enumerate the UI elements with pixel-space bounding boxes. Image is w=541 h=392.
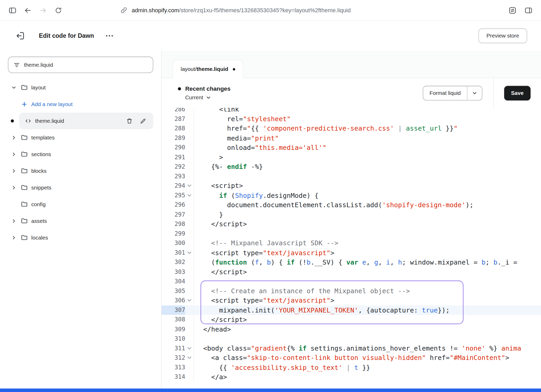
code-line-295[interactable]: 295 if (Shopify.designMode) {: [162, 191, 541, 200]
code-text: <body class="gradient{% if settings.anim…: [194, 344, 541, 353]
code-line-306[interactable]: 306 <script type="text/javascript">: [162, 296, 541, 305]
code-line-310[interactable]: 310: [162, 334, 541, 344]
expand-toggle[interactable]: [10, 168, 17, 175]
code-line-288[interactable]: 288 href="{{ 'component-predictive-searc…: [162, 124, 541, 133]
more-actions-icon[interactable]: [104, 30, 115, 41]
expand-toggle[interactable]: [10, 234, 17, 241]
sidebar-toggle-icon[interactable]: [6, 4, 19, 16]
code-line-293[interactable]: 293: [162, 172, 541, 181]
sidebar-item-label: templates: [31, 134, 55, 141]
forward-icon[interactable]: [37, 4, 49, 16]
code-line-287[interactable]: 287 rel="stylesheet": [162, 114, 541, 124]
save-area: Save: [493, 78, 541, 108]
fold-toggle-icon[interactable]: [185, 344, 194, 353]
expand-toggle[interactable]: [10, 218, 17, 225]
line-number: 309: [162, 324, 185, 334]
sidebar-item-theme-liquid[interactable]: theme.liquid: [8, 113, 153, 129]
back-icon[interactable]: [22, 4, 34, 16]
code-line-297[interactable]: 297 }: [162, 210, 541, 219]
code-line-314[interactable]: 314 </a>: [162, 372, 541, 382]
save-button[interactable]: Save: [504, 86, 531, 100]
sidebar-item-label: locales: [31, 235, 48, 241]
preview-store-button[interactable]: Preview store: [478, 28, 527, 43]
code-text: <!-- Create an instance of the Mixpanel …: [194, 286, 541, 296]
file-label: theme.liquid: [35, 118, 123, 124]
code-line-307[interactable]: 307 mixpanel.init('YOUR_MIXPANEL_TOKEN',…: [162, 305, 541, 315]
line-number: 292: [162, 162, 185, 172]
sidebar-item-layout[interactable]: layout: [8, 79, 153, 96]
code-line-305[interactable]: 305 <!-- Create an instance of the Mixpa…: [162, 286, 541, 296]
line-number: 286: [162, 108, 185, 114]
code-line-286[interactable]: 286 <link: [162, 108, 541, 114]
code-line-300[interactable]: 300 <!-- Mixpanel Javascript SDK -->: [162, 238, 541, 248]
sidebar-item-sections[interactable]: sections: [8, 146, 153, 163]
line-number: 290: [162, 143, 185, 152]
code-line-309[interactable]: 309 </head>: [162, 324, 541, 334]
sidebar-item-assets[interactable]: assets: [8, 213, 153, 229]
editor-toolbar: Recent changes Current Format liquid: [162, 78, 541, 108]
add-new-layout-button[interactable]: Add a new layout: [8, 96, 153, 113]
expand-toggle[interactable]: [10, 151, 17, 158]
line-number: 297: [162, 210, 185, 219]
code-text: mixpanel.init('YOUR_MIXPANEL_TOKEN', {au…: [194, 305, 541, 315]
sidebar-item-label: snippets: [31, 185, 51, 191]
expand-toggle[interactable]: [10, 184, 17, 191]
code-line-312[interactable]: 312 <a class="skip-to-content-link butto…: [162, 353, 541, 363]
code-line-292[interactable]: 292 {%- endif -%}: [162, 162, 541, 172]
format-liquid-button[interactable]: Format liquid: [423, 86, 482, 100]
code-line-294[interactable]: 294 <script>: [162, 181, 541, 191]
code-editor[interactable]: 286 <link287 rel="stylesheet"288 href="{…: [162, 108, 541, 382]
fold-toggle-icon[interactable]: [185, 248, 194, 258]
selected-file-row[interactable]: theme.liquid: [19, 113, 153, 129]
fold-toggle-icon[interactable]: [185, 181, 194, 191]
line-number: 310: [162, 334, 185, 344]
code-line-289[interactable]: 289 media="print": [162, 133, 541, 143]
code-line-301[interactable]: 301 <script type="text/javascript">: [162, 248, 541, 258]
code-line-296[interactable]: 296 document.documentElement.classList.a…: [162, 200, 541, 210]
code-text: (function (f, b) { if (!b.__SV) { var e,…: [194, 258, 541, 267]
sidebar-item-blocks[interactable]: blocks: [8, 163, 153, 179]
format-options-chevron[interactable]: [467, 86, 482, 100]
code-line-311[interactable]: 311 <body class="gradient{% if settings.…: [162, 344, 541, 353]
code-line-302[interactable]: 302 (function (f, b) { if (!b.__SV) { va…: [162, 258, 541, 267]
folder-icon: [21, 234, 28, 241]
sidebar-item-config[interactable]: config: [8, 196, 153, 213]
code-line-290[interactable]: 290 onload="this.media='all'": [162, 143, 541, 152]
extensions-icon[interactable]: [506, 4, 519, 16]
fold-toggle-icon[interactable]: [185, 353, 194, 363]
code-line-299[interactable]: 299: [162, 229, 541, 238]
rename-icon[interactable]: [140, 118, 146, 124]
code-line-304[interactable]: 304: [162, 277, 541, 286]
file-filter-input[interactable]: theme.liquid: [8, 57, 153, 73]
line-number: 288: [162, 124, 185, 133]
line-number: 303: [162, 267, 185, 277]
code-line-313[interactable]: 313 {{ 'accessibility.skip_to_text' | t …: [162, 363, 541, 372]
code-line-298[interactable]: 298 </script>: [162, 219, 541, 229]
code-text: document.documentElement.classList.add('…: [194, 200, 541, 210]
sidebar-item-label: Add a new layout: [31, 101, 73, 107]
code-text: [194, 229, 541, 238]
version-dropdown[interactable]: Current: [185, 94, 231, 101]
sidebar-item-label: sections: [31, 151, 51, 157]
address-bar[interactable]: admin.shopify.com/store/rzq1xu-f5/themes…: [120, 7, 503, 14]
side-panel-icon[interactable]: [522, 4, 535, 16]
sidebar-item-snippets[interactable]: snippets: [8, 179, 153, 196]
code-line-303[interactable]: 303 </script>: [162, 267, 541, 277]
delete-icon[interactable]: [126, 118, 133, 124]
sidebar-item-locales[interactable]: locales: [8, 229, 153, 246]
code-line-291[interactable]: 291 >: [162, 152, 541, 162]
tab-theme-liquid[interactable]: layout/theme.liquid: [173, 60, 243, 78]
expand-toggle[interactable]: [10, 84, 17, 91]
code-line-308[interactable]: 308 </script>: [162, 315, 541, 324]
sidebar-item-templates[interactable]: templates: [8, 129, 153, 146]
fold-spacer: [185, 238, 194, 248]
fold-toggle-icon[interactable]: [185, 296, 194, 305]
exit-editor-icon[interactable]: [14, 29, 27, 42]
reload-icon[interactable]: [52, 4, 65, 16]
fold-toggle-icon[interactable]: [185, 191, 194, 200]
fold-spacer: [185, 324, 194, 334]
code-text: if (Shopify.designMode) {: [194, 191, 541, 200]
folder-icon: [21, 84, 28, 91]
expand-toggle[interactable]: [10, 134, 17, 141]
fold-spacer: [185, 315, 194, 324]
